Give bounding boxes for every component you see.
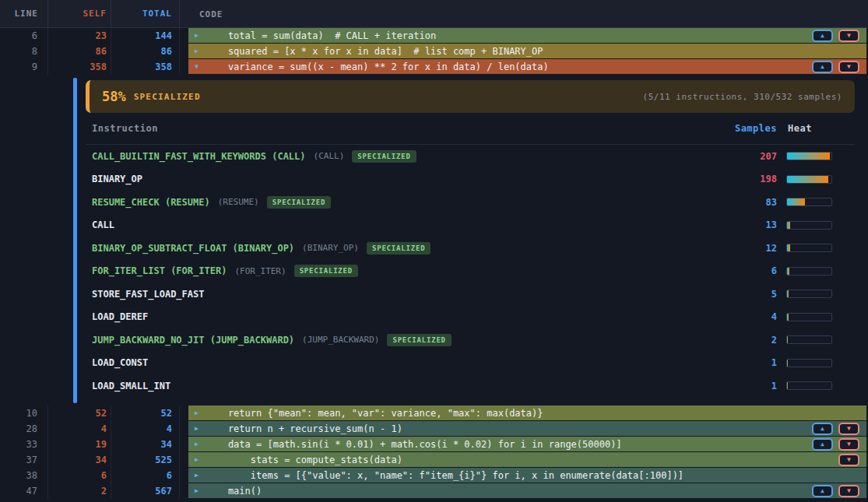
expand-arrow-icon[interactable]: ▶ [195, 487, 206, 494]
specialized-badge: SPECIALIZED [367, 242, 430, 255]
heat-bar [786, 221, 832, 230]
expand-arrow-icon[interactable]: ▶ [195, 456, 206, 463]
code-line[interactable]: ▼ variance = sum((x - mean) ** 2 for x i… [188, 59, 866, 74]
instruction-name: LOAD_SMALL_INT [92, 381, 170, 391]
expand-arrow-icon[interactable]: ▶ [195, 425, 206, 432]
move-down-button[interactable]: ▼ [838, 30, 859, 42]
move-up-button[interactable]: ▲ [812, 423, 833, 435]
heat-column-header: Heat [786, 123, 855, 134]
code-row-line-33: 33 19 34 ▶ data = [math.sin(i * 0.01) + … [0, 437, 868, 452]
instruction-samples: 12 [722, 243, 777, 254]
specialized-badge: SPECIALIZED [294, 265, 358, 277]
instruction-alias: (JUMP_BACKWARD) [302, 335, 379, 345]
code-row-line-8: 8 86 86 ▶ squared = [x * x for x in data… [0, 44, 868, 59]
instruction-row: JUMP_BACKWARD_NO_JIT (JUMP_BACKWARD) (JU… [86, 328, 855, 352]
heat-bar-fill [787, 336, 788, 343]
instruction-samples: 13 [722, 219, 777, 230]
code-text: total = sum(data) # CALL + iteration [206, 30, 812, 41]
code-line[interactable]: ▶ stats = compute_stats(data) ▼ [188, 452, 866, 467]
instruction-samples: 83 [722, 197, 777, 208]
code-row-line-47: 47 2 567 ▶ main() ▲▼ [0, 483, 868, 499]
expand-arrow-icon[interactable]: ▶ [195, 409, 206, 416]
instruction-samples: 1 [722, 381, 777, 391]
instruction-name: FOR_ITER_LIST (FOR_ITER) [92, 265, 227, 276]
code-text: stats = compute_stats(data) [206, 455, 838, 465]
instruction-table-header: Instruction Samples Heat [86, 123, 855, 145]
specialized-badge: SPECIALIZED [387, 334, 451, 346]
specialization-panel-content: 58% SPECIALIZED (5/11 instructions, 310/… [86, 75, 855, 405]
heat-bar-fill [787, 360, 788, 367]
instruction-alias: (FOR_ITER) [234, 266, 286, 276]
move-down-button[interactable]: ▼ [838, 423, 859, 435]
expanded-row-indicator-bar [73, 78, 77, 403]
row-buttons: ▲▼ [812, 423, 859, 435]
expand-arrow-icon[interactable]: ▼ [195, 63, 206, 70]
expand-arrow-icon[interactable]: ▶ [195, 47, 206, 54]
move-down-button[interactable]: ▼ [838, 438, 859, 451]
column-header-code: CODE [180, 9, 868, 19]
heat-bar-fill [787, 153, 830, 160]
row-buttons: ▲▼ [812, 30, 859, 42]
heat-bar [786, 267, 832, 276]
specialized-percent: 58% [102, 89, 126, 104]
row-buttons: ▲▼ [812, 438, 859, 451]
instruction-row: FOR_ITER_LIST (FOR_ITER) (FOR_ITER) SPEC… [86, 260, 855, 283]
code-text: return {"mean": mean, "var": variance, "… [206, 408, 859, 419]
self-samples: 4 [48, 421, 111, 437]
instruction-name: LOAD_CONST [92, 357, 148, 368]
move-up-button[interactable]: ▲ [812, 485, 833, 497]
move-down-button[interactable]: ▼ [838, 454, 859, 466]
heat-bar-fill [787, 290, 789, 297]
expand-arrow-icon[interactable]: ▶ [195, 472, 206, 479]
heat-bar-fill [787, 244, 790, 251]
code-row-line-6: 6 23 144 ▶ total = sum(data) # CALL + it… [0, 28, 868, 44]
self-samples: 34 [48, 452, 111, 468]
instruction-row: RESUME_CHECK (RESUME) (RESUME) SPECIALIZ… [86, 191, 855, 214]
specialized-badge: SPECIALIZED [267, 196, 331, 209]
specialized-badge: SPECIALIZED [352, 150, 416, 163]
heat-bar-fill [787, 314, 789, 321]
expand-arrow-icon[interactable]: ▶ [195, 441, 206, 448]
code-rows-bottom: 10 52 52 ▶ return {"mean": mean, "var": … [0, 405, 868, 499]
code-line[interactable]: ▶ squared = [x * x for x in data] # list… [188, 44, 866, 58]
instruction-samples: 6 [722, 265, 777, 276]
total-samples: 525 [111, 452, 180, 468]
heat-bar-fill [787, 176, 828, 183]
line-number: 6 [0, 28, 48, 44]
move-up-button[interactable]: ▲ [812, 30, 833, 42]
code-row-line-38: 38 6 6 ▶ items = [{"value": x, "name": f… [0, 468, 868, 483]
code-line[interactable]: ▶ return n + recursive_sum(n - 1) ▲▼ [188, 421, 866, 436]
code-line[interactable]: ▶ main() ▲▼ [188, 483, 866, 498]
code-text: return n + recursive_sum(n - 1) [206, 423, 812, 434]
instruction-samples: 198 [722, 174, 777, 184]
total-samples: 4 [111, 421, 180, 437]
code-line[interactable]: ▶ return {"mean": mean, "var": variance,… [188, 405, 866, 420]
move-up-button[interactable]: ▲ [812, 438, 833, 451]
total-samples: 34 [111, 437, 180, 452]
move-down-button[interactable]: ▼ [838, 61, 859, 73]
code-line[interactable]: ▶ total = sum(data) # CALL + iteration ▲… [188, 28, 866, 43]
instruction-rows: CALL_BUILTIN_FAST_WITH_KEYWORDS (CALL) (… [86, 145, 855, 398]
code-row-line-10: 10 52 52 ▶ return {"mean": mean, "var": … [0, 405, 868, 421]
instruction-samples: 5 [722, 289, 777, 300]
move-down-button[interactable]: ▼ [838, 485, 859, 497]
samples-column-header: Samples [722, 123, 777, 134]
code-line[interactable]: ▶ items = [{"value": x, "name": f"item_{… [188, 468, 866, 483]
line-number: 9 [0, 59, 48, 75]
heat-bar-fill [787, 382, 788, 389]
row-buttons: ▲▼ [812, 485, 859, 497]
code-line[interactable]: ▶ data = [math.sin(i * 0.01) + math.cos(… [188, 437, 866, 451]
heat-bar [786, 290, 832, 298]
instruction-column-header: Instruction [92, 123, 722, 134]
line-number: 38 [0, 468, 48, 483]
move-up-button[interactable]: ▲ [812, 61, 833, 73]
total-samples: 52 [111, 405, 180, 421]
instruction-row: STORE_FAST_LOAD_FAST 5 [86, 283, 855, 306]
instruction-name: STORE_FAST_LOAD_FAST [92, 289, 205, 300]
expand-arrow-icon[interactable]: ▶ [195, 32, 206, 39]
heat-bar [786, 381, 832, 390]
instruction-alias: (BINARY_OP) [302, 243, 359, 253]
row-buttons: ▲▼ [812, 61, 859, 73]
specialization-banner: 58% SPECIALIZED (5/11 instructions, 310/… [86, 80, 855, 113]
self-samples: 52 [48, 405, 111, 421]
